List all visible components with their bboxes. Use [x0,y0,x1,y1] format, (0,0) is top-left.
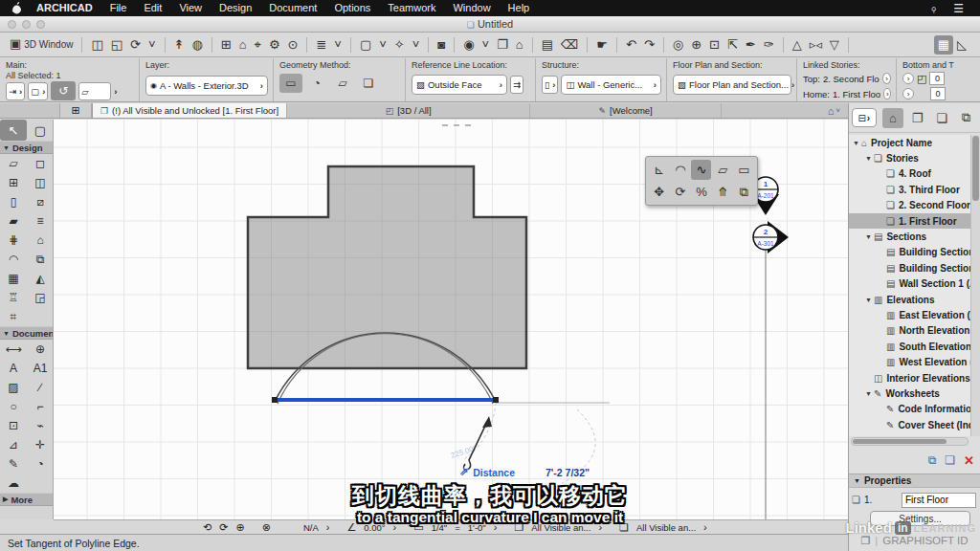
composite-selector[interactable]: ◫ Wall - Generic... › [561,75,661,95]
lamp-tool[interactable]: ◲ [27,288,54,307]
disclosure-icon[interactable]: ▼ [865,390,874,397]
chevron-down-icon[interactable]: ˅ [145,35,160,55]
chevron-icon[interactable]: › [883,88,891,99]
clone-folder-icon[interactable]: ⧉ [928,453,937,467]
menu-item[interactable]: Document [260,0,325,16]
arc-by-centerpoint-icon[interactable]: ⊾ [649,160,669,180]
chevron-icon[interactable]: › [390,521,401,533]
drag-icon[interactable]: ✥ [649,182,669,202]
zoom-extents-icon[interactable]: ⊞ [217,35,235,55]
top-offset-field[interactable]: 0 [929,72,945,85]
scale-value[interactable]: 1/4" [428,522,452,533]
chevron-icon[interactable]: › [114,86,117,97]
inject-parameters-icon[interactable]: ✑ [760,35,778,55]
mirror-icon[interactable]: % [691,182,711,202]
quick-layers-icon[interactable]: ❐ [510,521,527,534]
mesh-tool[interactable]: ▦ [0,269,27,288]
tree-building-section-b[interactable]: ▤Building Section B [849,260,970,276]
disclosure-icon[interactable]: ▼ [853,140,861,146]
visible-layers-value[interactable]: All Visible an... [527,522,594,533]
tab-floor-plan[interactable]: ❐(!) All Visible and Unlocked [1. First … [92,103,287,118]
geometry-straight-icon[interactable]: ▭ [279,74,302,93]
next-icon[interactable]: ▽ [826,35,843,55]
tree-first-floor[interactable]: ❏1. First Floor [849,213,970,229]
auto-dimension-icon[interactable]: ⇱ [724,35,742,55]
chevron-icon[interactable]: › [902,73,914,84]
orientation-icon[interactable]: ∠ [343,521,360,534]
camera-icon[interactable]: ◉ [459,35,478,55]
tree-building-section-a[interactable]: ▤Building Section A [849,245,970,260]
multiply-icon[interactable]: ⧉ [734,182,754,202]
disclosure-icon[interactable]: ▼ [865,297,874,303]
tree-wall-section-1[interactable]: ▤Wall Section 1 (Au [849,276,970,292]
disclosure-icon[interactable]: ▼ [865,233,874,240]
layer-selector[interactable]: ◉ A - Walls - Exterior.3D › [145,76,268,96]
geometry-rectangle-icon[interactable]: ❏ [357,74,380,93]
tree-interior-elevations[interactable]: ◫Interior Elevations [849,370,970,386]
menu-item[interactable]: Teamwork [379,0,444,16]
geometry-curved-icon[interactable]: ◔ [305,74,328,93]
walk-mode-icon[interactable]: ↟ [170,35,189,55]
flip-reference-button[interactable]: ⇉ [510,76,523,94]
camera-path-icon[interactable]: ⌖ [251,35,265,55]
camera-tool[interactable]: ☁ [0,474,27,493]
render-icon[interactable]: ❐ [493,35,512,55]
tree-worksheets[interactable]: ▼✎Worksheets [849,386,970,401]
close-icon[interactable]: ✕ [964,453,974,468]
object-tool[interactable]: ♖ [0,288,27,307]
layout-book-tab[interactable]: ❏ [931,108,953,128]
sun-settings-icon[interactable]: ⚙ [265,35,284,55]
label-tool[interactable]: A1 [27,359,54,378]
home-story-icon[interactable]: ⌂ [235,35,251,55]
level-dimension-tool[interactable]: ⊕ [27,340,54,359]
figure-tool[interactable]: ⊡ [0,416,27,435]
scale-icon[interactable]: ▭ [410,521,427,534]
pinned-home-button[interactable]: ⌂˅ [820,103,848,118]
orbit-icon[interactable]: ⟳ [126,35,145,55]
marquee-tool[interactable]: ▢ [27,120,54,141]
drawing-canvas[interactable]: 225.00° 1 A-201 2 A-301 [54,120,848,519]
project-map-tab[interactable]: ⌂ [882,108,904,128]
marquee-options-icon[interactable]: ▢ [356,35,375,55]
rotate-icon[interactable]: ⟳ [670,182,690,202]
dimension-tool[interactable]: ⟷ [0,340,27,359]
zoom-tool-icon[interactable]: ⊕ [687,35,705,55]
iso-view-icon[interactable]: ◱ [107,35,126,55]
structure-type-button[interactable]: ▯› [542,76,558,94]
building-footprint[interactable] [248,166,526,368]
3d-window-button[interactable]: ▣3D Window [6,34,77,55]
projector-icon[interactable]: ▤ [538,35,557,55]
project-chooser-button[interactable]: ⊟› [852,108,877,127]
bottom-offset-field[interactable]: 0 [930,87,946,100]
tree-location-map[interactable]: ✎Location Map (Ind [849,432,970,436]
menu-item[interactable]: Edit [135,0,170,16]
morph-tool[interactable]: ◭ [27,269,54,288]
tree-north-elevation[interactable]: ▥North Elevation (A [849,323,970,339]
settings-button[interactable]: Settings... [870,511,970,526]
fit-in-window-icon[interactable]: ⊡ [705,35,724,55]
find-select-icon[interactable]: ◎ [669,35,687,55]
menu-item[interactable]: Window [444,0,499,16]
window-tool[interactable]: ⊞ [0,173,27,192]
slab-up-icon[interactable]: ▭ [734,160,754,180]
toolbox-document-header[interactable]: ▼Document [0,326,53,340]
geometry-chained-icon[interactable]: ▱ [331,74,354,93]
refline-selector[interactable]: ▨ Outside Face › [412,75,507,95]
toolbox-more-header[interactable]: ▶More [0,493,53,506]
wall-tool[interactable]: ▱ [0,154,27,173]
selection-mode-button[interactable]: ▢› [28,82,48,100]
paint-bucket-icon[interactable]: ◙ [434,35,449,55]
text-tool[interactable]: A [0,359,27,378]
circle-tool[interactable]: ○ [0,397,27,416]
view-map-tab[interactable]: ❐ [906,108,928,128]
endpoint-handle[interactable] [493,397,499,403]
chevron-down-icon[interactable]: ˅ [409,35,424,55]
arc-by-three-points-icon[interactable]: ◠ [670,160,690,180]
door-tool[interactable]: ◻ [27,154,54,173]
tab-welcome[interactable]: ✎[Welcome] [530,103,722,118]
top-story-value[interactable]: 2. Second Floor (H... [823,74,880,84]
orientation-value[interactable]: 0.00° [360,522,389,533]
scrollbar-thumb[interactable] [972,136,979,201]
detail-tool[interactable]: ◔ [27,454,54,474]
tree-stories[interactable]: ▼❏Stories [849,150,970,165]
